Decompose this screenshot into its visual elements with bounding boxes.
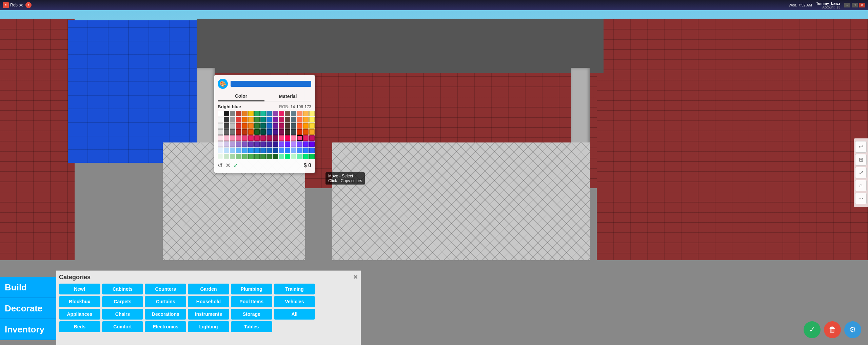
color-swatch-20[interactable] (242, 117, 248, 122)
color-swatch-41[interactable] (273, 123, 278, 129)
color-swatch-67[interactable] (236, 135, 241, 141)
color-swatch-101[interactable] (248, 148, 254, 153)
color-swatch-78[interactable] (303, 135, 309, 141)
color-swatch-80[interactable] (218, 141, 223, 147)
color-swatch-13[interactable] (297, 111, 302, 116)
color-swatch-50[interactable] (230, 129, 235, 135)
confirm-action-button[interactable]: ✓ (804, 321, 821, 338)
cat-lighting[interactable]: Lighting (188, 321, 229, 332)
color-swatch-55[interactable] (260, 129, 266, 135)
color-swatch-87[interactable] (260, 141, 266, 147)
color-swatch-16[interactable] (218, 117, 223, 122)
color-swatch-8[interactable] (267, 111, 272, 116)
color-swatch-3[interactable] (236, 111, 241, 116)
color-swatch-90[interactable] (279, 141, 284, 147)
color-swatch-29[interactable] (297, 117, 302, 122)
color-swatch-14[interactable] (303, 111, 309, 116)
color-swatch-48[interactable] (218, 129, 223, 135)
color-swatch-111[interactable] (309, 148, 315, 153)
color-swatch-100[interactable] (242, 148, 248, 153)
move-tool-button[interactable]: ⤢ (855, 167, 867, 178)
color-swatch-72[interactable] (267, 135, 272, 141)
color-swatch-17[interactable] (224, 117, 229, 122)
color-swatch-58[interactable] (279, 129, 284, 135)
color-swatch-91[interactable] (285, 141, 290, 147)
cat-carpets[interactable]: Carpets (102, 296, 143, 307)
color-swatch-122[interactable] (279, 154, 284, 159)
color-swatch-65[interactable] (224, 135, 229, 141)
color-swatch-21[interactable] (248, 117, 254, 122)
cat-new[interactable]: New! (59, 284, 100, 294)
cat-electronics[interactable]: Electronics (145, 321, 186, 332)
color-swatch-109[interactable] (297, 148, 302, 153)
color-swatch-96[interactable] (218, 148, 223, 153)
cat-comfort[interactable]: Comfort (102, 321, 143, 332)
inventory-button[interactable]: Inventory (0, 319, 56, 340)
color-swatch-113[interactable] (224, 154, 229, 159)
color-swatch-97[interactable] (224, 148, 229, 153)
build-button[interactable]: Build (0, 277, 56, 298)
close-button[interactable]: ✕ (859, 3, 865, 7)
color-swatch-68[interactable] (242, 135, 248, 141)
color-swatch-94[interactable] (303, 141, 309, 147)
color-swatch-84[interactable] (242, 141, 248, 147)
color-swatch-125[interactable] (297, 154, 302, 159)
color-swatch-114[interactable] (230, 154, 235, 159)
color-swatch-24[interactable] (267, 117, 272, 122)
color-swatch-30[interactable] (303, 117, 309, 122)
color-swatch-92[interactable] (291, 141, 296, 147)
color-swatch-104[interactable] (267, 148, 272, 153)
color-swatch-9[interactable] (273, 111, 278, 116)
color-swatch-26[interactable] (279, 117, 284, 122)
cat-all[interactable]: All (274, 309, 315, 320)
color-swatch-6[interactable] (254, 111, 260, 116)
color-swatch-93[interactable] (297, 141, 302, 147)
color-swatch-79[interactable] (309, 135, 315, 141)
color-swatch-15[interactable] (309, 111, 315, 116)
cat-cabinets[interactable]: Cabinets (102, 284, 143, 294)
color-swatch-56[interactable] (267, 129, 272, 135)
color-swatch-121[interactable] (273, 154, 278, 159)
color-swatch-2[interactable] (230, 111, 235, 116)
color-swatch-1[interactable] (224, 111, 229, 116)
color-swatch-98[interactable] (230, 148, 235, 153)
color-swatch-88[interactable] (267, 141, 272, 147)
color-swatch-40[interactable] (267, 123, 272, 129)
cat-instruments[interactable]: Instruments (188, 309, 229, 320)
color-swatch-19[interactable] (236, 117, 241, 122)
color-swatch-4[interactable] (242, 111, 248, 116)
color-swatch-75[interactable] (285, 135, 290, 141)
color-swatch-76[interactable] (291, 135, 296, 141)
color-swatch-32[interactable] (218, 123, 223, 129)
color-swatch-27[interactable] (285, 117, 290, 122)
color-swatch-45[interactable] (297, 123, 302, 129)
color-swatch-49[interactable] (224, 129, 229, 135)
home-tool-button[interactable]: ⌂ (855, 180, 867, 191)
cat-vehicles[interactable]: Vehicles (274, 296, 315, 307)
color-swatch-102[interactable] (254, 148, 260, 153)
color-swatch-54[interactable] (254, 129, 260, 135)
minimize-button[interactable]: – (844, 3, 850, 7)
cat-pool-items[interactable]: Pool Items (231, 296, 272, 307)
color-swatch-112[interactable] (218, 154, 223, 159)
color-swatch-95[interactable] (309, 141, 315, 147)
color-swatch-34[interactable] (230, 123, 235, 129)
cat-appliances[interactable]: Appliances (59, 309, 100, 320)
color-swatch-47[interactable] (309, 123, 315, 129)
color-swatch-127[interactable] (309, 154, 315, 159)
color-swatch-7[interactable] (260, 111, 266, 116)
cat-household[interactable]: Household (188, 296, 229, 307)
color-swatch-61[interactable] (297, 129, 302, 135)
color-swatch-28[interactable] (291, 117, 296, 122)
color-swatch-124[interactable] (291, 154, 296, 159)
color-swatch-118[interactable] (254, 154, 260, 159)
color-swatch-46[interactable] (303, 123, 309, 129)
cat-training[interactable]: Training (274, 284, 315, 294)
undo-tool-button[interactable]: ↩ (855, 141, 867, 153)
settings-action-button[interactable]: ⚙ (844, 321, 861, 338)
cat-tables[interactable]: Tables (231, 321, 272, 332)
color-swatch-108[interactable] (291, 148, 296, 153)
color-swatch-69[interactable] (248, 135, 254, 141)
cat-blockbux[interactable]: Blockbux (59, 296, 100, 307)
cat-plumbing[interactable]: Plumbing (231, 284, 272, 294)
